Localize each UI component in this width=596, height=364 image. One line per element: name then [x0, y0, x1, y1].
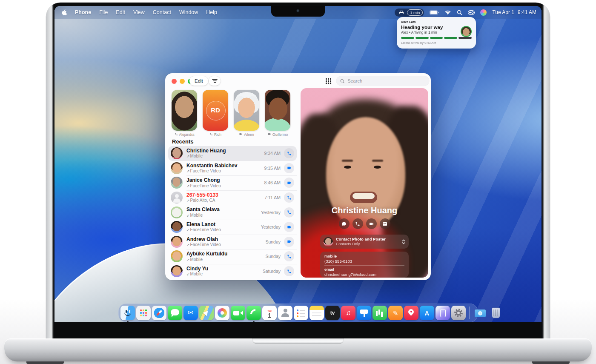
call-action-button[interactable]	[284, 237, 294, 247]
recent-call-row[interactable]: Christine Huang ↗Mobile 9:34 AM	[168, 146, 297, 161]
dock-icon-messages[interactable]	[168, 306, 182, 320]
contact-name: Christine Huang	[301, 206, 428, 215]
siri-apple-intelligence-icon[interactable]	[480, 9, 487, 16]
dock-icon-keynote[interactable]	[357, 306, 371, 320]
facetime-button[interactable]	[366, 218, 377, 229]
dock-icon-reminders[interactable]	[294, 306, 308, 320]
edit-button[interactable]: Edit	[189, 76, 208, 86]
dock-icon-contacts[interactable]	[278, 306, 292, 320]
dock-icon-numbers[interactable]	[372, 306, 387, 320]
recent-time: 7:11 AM	[264, 195, 281, 200]
menu-item-contact[interactable]: Contact	[153, 9, 171, 15]
favorite-rich[interactable]: RD Rich	[203, 90, 228, 137]
battery-icon[interactable]	[430, 10, 439, 15]
row-separator	[186, 264, 297, 264]
poster-title: Contact Photo and Poster	[336, 237, 386, 242]
dock-icon-finder[interactable]	[120, 306, 135, 320]
dock: ✉Tue1tv♫✎A	[118, 304, 478, 322]
dock-icon-calendar[interactable]: Tue1	[262, 306, 277, 320]
menu-bar-status: 1 min Tue Apr 1 9:41 AM	[395, 9, 542, 17]
uber-eats-notification[interactable]: Uber Eats Heading your way Alex • Arrivi…	[397, 17, 476, 49]
row-separator	[186, 190, 297, 191]
search-field[interactable]	[336, 76, 429, 86]
dock-icon-safari[interactable]	[152, 306, 166, 320]
poster-subtitle: Contacts Only	[336, 242, 386, 246]
menu-item-file[interactable]: File	[99, 9, 108, 15]
call-action-button[interactable]	[284, 178, 294, 188]
call-action-button[interactable]	[284, 148, 294, 158]
email-button[interactable]	[380, 218, 390, 229]
call-action-button[interactable]	[284, 192, 294, 203]
recent-call-row[interactable]: Andrew Olah ↗FaceTime Video Sunday	[168, 235, 297, 249]
dock-icon-appstore[interactable]: A	[420, 306, 434, 320]
dock-icon-facetime[interactable]	[231, 306, 245, 320]
recent-call-row[interactable]: Elena Lanot ↙FaceTime Video Yesterday	[168, 220, 297, 235]
dock-icon-notes[interactable]	[309, 306, 324, 320]
dock-icon-games[interactable]	[404, 306, 418, 320]
contact-photo-poster-row[interactable]: Contact Photo and Poster Contacts Only	[320, 235, 409, 249]
mobile-label: mobile	[324, 254, 404, 258]
control-center-icon[interactable]	[468, 10, 475, 15]
dock-icon-maps[interactable]	[199, 306, 214, 320]
recent-call-row[interactable]: Cindy Yu ↙Mobile Saturday	[168, 264, 297, 279]
call-action-button[interactable]	[284, 222, 294, 232]
recent-name: 267-555-0133	[186, 192, 218, 198]
filter-button[interactable]	[209, 76, 221, 86]
laptop-foot	[532, 361, 570, 364]
menu-item-window[interactable]: Window	[179, 9, 198, 15]
ride-live-activity[interactable]: 1 min	[395, 9, 424, 17]
dock-icon-pages[interactable]: ✎	[388, 306, 403, 320]
dock-icon-mail[interactable]: ✉	[183, 306, 198, 320]
email-value[interactable]: christinehuang7@icloud.com	[324, 272, 404, 277]
recent-call-row[interactable]: Aybüke Kurtuldu ↗Mobile Sunday	[168, 249, 297, 264]
search-icon[interactable]	[457, 10, 462, 15]
menu-app-name[interactable]: Phone	[75, 9, 91, 15]
dock-icon-settings[interactable]	[451, 306, 466, 320]
dock-icon-iphonemirroring[interactable]	[436, 306, 450, 320]
mail-glyph: ✉	[188, 310, 193, 316]
dock-icon-tv[interactable]: tv	[325, 306, 340, 320]
menu-item-view[interactable]: View	[133, 9, 145, 15]
recent-time: Yesterday	[261, 210, 281, 215]
minimize-window-button[interactable]	[180, 79, 185, 84]
call-button[interactable]	[352, 218, 363, 229]
message-button[interactable]	[339, 218, 350, 229]
search-input[interactable]	[347, 78, 425, 84]
recent-name: Konstantin Babichev	[186, 163, 237, 169]
favorite-photo	[265, 90, 290, 131]
favorite-aileen[interactable]: Aileen	[234, 90, 259, 137]
contact-avatar	[171, 221, 183, 233]
call-action-button[interactable]	[284, 251, 294, 261]
recent-time: Sunday	[265, 254, 281, 259]
menu-bar-clock[interactable]: Tue Apr 1 9:41 AM	[492, 9, 536, 15]
apple-logo-icon[interactable]	[61, 9, 67, 16]
call-action-button[interactable]	[284, 266, 294, 276]
dock-icon-trash[interactable]	[489, 306, 503, 320]
recent-call-row[interactable]: 267-555-0133 ↗Palo Alto, CA 7:11 AM	[168, 190, 297, 205]
keypad-button[interactable]	[324, 77, 332, 85]
phone-icon	[287, 151, 292, 156]
favorite-guillermo[interactable]: Guillermo	[265, 90, 290, 137]
recent-call-row[interactable]: Konstantin Babichev ↗FaceTime Video 9:15…	[168, 161, 297, 176]
dock-icon-launchpad[interactable]	[136, 306, 151, 320]
call-action-button[interactable]	[284, 163, 294, 173]
call-direction-icon: ↙	[186, 272, 190, 276]
mobile-value[interactable]: (310) 555-0103	[324, 259, 404, 264]
recent-name: Janice Chong	[186, 177, 221, 183]
wifi-icon[interactable]	[444, 10, 451, 15]
call-action-button[interactable]	[284, 207, 294, 218]
dock-icon-music[interactable]: ♫	[341, 306, 355, 320]
recent-call-row[interactable]: Janice Chong ↗FaceTime Video 8:46 AM	[168, 175, 297, 190]
courier-avatar	[461, 26, 472, 37]
recent-call-row[interactable]: Santa Cielava ↙Mobile Yesterday	[168, 205, 297, 220]
contact-avatar	[171, 236, 183, 248]
favorite-alejandra[interactable]: Alejandra	[172, 90, 197, 137]
phone-icon	[287, 195, 292, 200]
dock-icon-phone[interactable]	[246, 306, 261, 320]
delivery-progress-bar	[401, 37, 472, 39]
close-window-button[interactable]	[172, 79, 177, 84]
menu-item-help[interactable]: Help	[206, 9, 217, 15]
dock-icon-downloads[interactable]	[473, 306, 487, 320]
menu-item-edit[interactable]: Edit	[116, 9, 125, 15]
dock-icon-photos[interactable]	[215, 306, 229, 320]
